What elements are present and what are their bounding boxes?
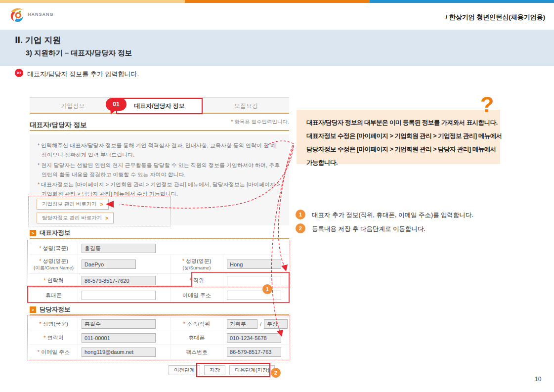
rep-name-en-sur-label: * 성명(영문) (성/Surname) [170,255,223,274]
rep-email-cell [223,288,289,303]
required-star: * [231,119,233,125]
required-note-text: 항목은 필수입력입니다. [234,119,289,125]
annotation-badge-2: 2 [271,368,281,378]
mgr-dept-position-cell: / [223,317,289,331]
title-band: Ⅱ. 기업 지원 3) 지원하기 – 대표자/담당자 정보 [0,30,554,66]
mgr-email-input[interactable] [82,348,156,357]
representative-table: * 성명(국문) * 성명(영문) (이름/Given Name) * 성명(영… [30,242,289,303]
rep-email-label: 이메일 주소 [170,288,223,303]
rep-name-en-given-input[interactable] [82,260,136,269]
manager-info-manage-button[interactable]: 담당자정보 관리 바로가기 > [37,213,114,223]
manager-section-header: > 담당자정보 [30,305,71,314]
help-line: 담당자정보 수정은 [마이페이지 > 기업회원 관리 > 담당자 관리] 메뉴에… [306,143,490,156]
rep-position-cell [223,274,289,288]
hansang-logo-icon [8,6,26,24]
callout-01-bubble: 01 [106,98,127,111]
mgr-contact-input[interactable] [82,333,156,343]
chevron-right-icon: > [105,216,108,221]
step-2-badge: 2 [296,223,305,233]
help-line: 대표자정보 수정은 [마이페이지 > 기업회원 관리 > 기업정보 관리] 메뉴… [306,130,490,143]
help-line: 가능합니다. [306,156,490,170]
mgr-email-cell [78,345,170,359]
chevron-right-icon: > [100,202,103,207]
mgr-position-input[interactable] [264,319,288,329]
mgr-mobile-input[interactable] [227,333,281,343]
mgr-name-kr-input[interactable] [82,319,156,329]
form-title-underline [30,130,289,131]
rep-name-en-given-cell [78,255,170,274]
dept-position-separator: / [260,321,261,327]
tab-representative-info[interactable]: 대표자/담당자 정보 [116,98,203,114]
company-info-manage-button[interactable]: 기업정보 관리 바로가기 > [37,199,109,210]
brand-name: HANSANG [28,12,54,17]
rep-mobile-input[interactable] [82,291,156,300]
mgr-fax-cell [223,345,289,359]
topbar-segment-tan [0,0,185,3]
rep-name-kr-input[interactable] [82,244,156,253]
rep-name-kr-cell [78,242,289,255]
question-mark-icon: ? [480,92,494,118]
step-1-text: 대표자 추가 정보(직위, 휴대폰, 이메일 주소)를 입력합니다. [312,210,473,219]
required-note: * 항목은 필수입력입니다. [30,119,289,126]
rep-contact-input[interactable] [82,276,156,285]
section-chevron-icon: > [30,230,36,236]
rep-name-kr-label: * 성명(국문) [30,242,78,255]
slide-page: HANSANG / 한상기업 청년인턴십(채용기업용) Ⅱ. 기업 지원 3) … [0,0,554,392]
representative-section-title: 대표자정보 [40,229,71,237]
mgr-name-kr-cell [78,317,170,331]
notice-item: * 현지 담당자는 선발된 인턴의 현지 근무활동을 담당할 수 있는 직원의 … [38,161,281,180]
chapter-title: Ⅱ. 기업 지원 [15,35,61,46]
manager-info-manage-label: 담당자정보 관리 바로가기 [42,215,102,221]
mgr-fax-label: 팩스번호 [170,345,223,359]
notice-item: * 입력해주신 대표자/담당자 정보를 통해 기업 적격심사 결과, 안내사항,… [38,141,281,160]
step-01-text: 대표자/담당자 정보를 추가 입력합니다. [27,70,139,79]
tab-recruit-outline[interactable]: 모집요강 [203,98,289,114]
tab-company-info[interactable]: 기업정보 [30,98,116,114]
form-tab-bar: 기업정보 대표자/담당자 정보 모집요강 [30,97,289,114]
help-box: 대표자/담당자 정보의 대부분은 이미 등록된 정보를 가져와서 표시합니다. … [297,110,500,164]
help-step-2: 2 등록내용 저장 후 다음단계로 이동합니다. [296,223,426,233]
help-step-1: 1 대표자 추가 정보(직위, 휴대폰, 이메일 주소)를 입력합니다. [296,210,473,219]
step-2-text: 등록내용 저장 후 다음단계로 이동합니다. [312,223,426,233]
chapter-subtitle: 3) 지원하기 – 대표자/담당자 정보 [26,48,132,58]
help-line: 대표자/담당자 정보의 대부분은 이미 등록된 정보를 가져와서 표시합니다. [306,116,490,130]
rep-name-en-sur-cell [223,255,289,274]
rep-name-en-sur-input[interactable] [227,260,281,269]
mgr-email-label: * 이메일 주소 [30,345,78,359]
previous-step-button[interactable]: 이전단계 [169,365,200,375]
company-info-manage-label: 기업정보 관리 바로가기 [42,201,97,208]
rep-contact-cell [78,274,170,288]
rep-email-input[interactable] [227,291,281,300]
page-number: 10 [535,376,541,383]
document-title: / 한상기업 청년인턴십(채용기업용) [446,13,546,22]
manager-underline [30,314,289,315]
mgr-dept-position-label: * 소속/직위 [170,317,223,331]
notice-item: * 대표자정보는 [마이페이지 > 기업회원 관리 > 기업정보 관리] 메뉴에… [38,180,281,199]
section-chevron-icon: > [30,306,36,313]
annotation-badge-1: 1 [262,284,272,294]
footer-button-row: 이전단계 저장 다음단계(저장) [169,365,275,375]
rep-mobile-label: 휴대폰 [30,288,78,303]
rep-mobile-cell [78,288,170,303]
step-01-badge: 01 [15,69,23,77]
manager-section-title: 담당자정보 [40,305,71,314]
mgr-contact-label: * 연락처 [30,331,78,345]
mgr-mobile-label: 휴대폰 [170,331,223,345]
rep-name-en-given-label: * 성명(영문) (이름/Given Name) [30,255,78,274]
step-1-badge: 1 [296,210,305,219]
topbar-segment-blue [370,0,554,3]
rep-position-label: * 직위 [170,274,223,288]
mgr-name-kr-label: * 성명(국문) [30,317,78,331]
rep-contact-label: * 연락처 [30,274,78,288]
next-step-save-button[interactable]: 다음단계(저장) [229,365,275,375]
save-button[interactable]: 저장 [204,365,225,375]
representative-section-header: > 대표자정보 [30,229,71,237]
manager-table: * 성명(국문) * 소속/직위 / * 연락처 휴대폰 * 이메일 주소 팩스… [30,317,289,359]
representative-underline [30,238,289,239]
mgr-mobile-cell [223,331,289,345]
rep-position-input[interactable] [227,276,281,285]
mgr-contact-cell [78,331,170,345]
mgr-fax-input[interactable] [227,348,281,357]
mgr-dept-input[interactable] [227,319,257,329]
topbar-segment-orange [185,0,370,3]
